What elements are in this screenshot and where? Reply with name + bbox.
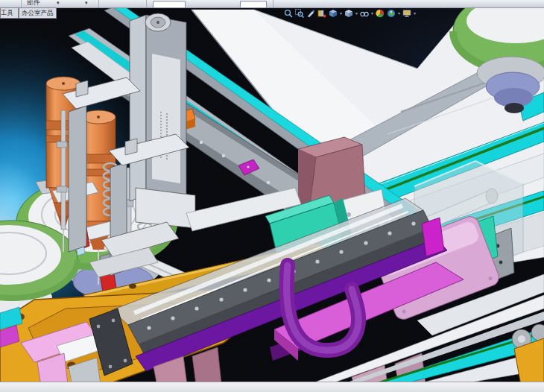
previous-view-icon[interactable] — [306, 9, 315, 18]
cad-application-window: 部件 ▾ ▾ 工具 办公室产品 ▾ ▾ ▾ — [0, 0, 544, 392]
toolbar-separator — [98, 0, 99, 7]
apply-scene-icon[interactable] — [387, 9, 396, 18]
top-toolbar[interactable]: 部件 ▾ ▾ — [0, 0, 544, 8]
toolbar-combobox[interactable] — [240, 1, 267, 8]
dropdown-caret[interactable]: ▾ — [340, 9, 342, 18]
zoom-to-fit-icon[interactable] — [284, 9, 293, 18]
toolbar-separator — [146, 0, 147, 7]
toolbar-combobox[interactable] — [153, 1, 186, 8]
component-toolbar-label: 部件 — [27, 0, 40, 7]
cad-viewport-scene — [0, 0, 544, 392]
toolbar-dropdown-caret[interactable]: ▾ — [85, 0, 88, 7]
section-view-icon[interactable] — [317, 9, 326, 18]
zoom-to-area-icon[interactable] — [295, 9, 304, 18]
tab-tools[interactable]: 工具 — [0, 7, 19, 18]
component-dropdown-caret[interactable]: ▾ — [57, 0, 60, 7]
dropdown-caret[interactable]: ▾ — [398, 9, 400, 18]
display-style-icon[interactable] — [344, 9, 353, 18]
view-orientation-icon[interactable] — [329, 9, 338, 18]
command-manager-tabs: 工具 办公室产品 — [0, 7, 57, 19]
edit-appearance-icon[interactable] — [376, 9, 385, 18]
view-settings-icon[interactable] — [402, 9, 411, 18]
toolbar-separator — [21, 0, 22, 7]
toolbar-separator — [273, 0, 273, 7]
dropdown-caret[interactable]: ▾ — [355, 9, 358, 18]
heads-up-view-toolbar: ▾ ▾ ▾ ▾ ▾ — [284, 7, 416, 19]
viewport-3d[interactable] — [0, 0, 544, 392]
dropdown-caret[interactable]: ▾ — [371, 9, 373, 18]
dropdown-caret[interactable]: ▾ — [414, 9, 416, 18]
status-strip — [0, 382, 544, 392]
tab-office-products[interactable]: 办公室产品 — [19, 7, 57, 18]
hide-show-items-icon[interactable] — [360, 9, 369, 18]
